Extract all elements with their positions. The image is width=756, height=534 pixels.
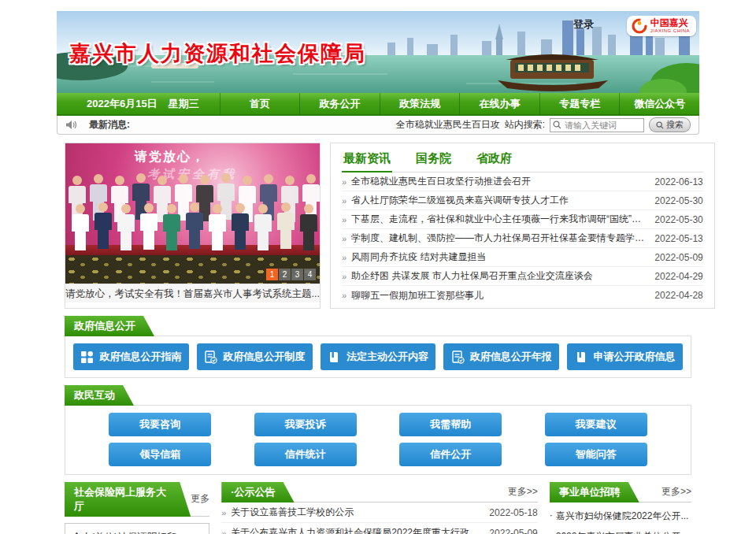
search-button[interactable]: 搜索 [649, 117, 691, 132]
news-title: 全市稳就业惠民生百日攻坚行动推进会召开 [351, 175, 645, 188]
carousel-pager: 1 2 3 4 [266, 269, 316, 280]
news-date: 2022-05-30 [654, 195, 702, 206]
suggestion-button[interactable]: 我要建议 [545, 413, 647, 436]
nav-item-gov-disclosure[interactable]: 政务公开 [299, 93, 380, 114]
logo-text-cn: 中国嘉兴 [650, 18, 690, 28]
pager-dot-1[interactable]: 1 [266, 269, 278, 280]
tab-latest-news[interactable]: 最新资讯 [342, 150, 392, 172]
item-marker: » [221, 508, 226, 517]
tab-provincial-gov[interactable]: 省政府 [475, 150, 513, 172]
item-marker: » [342, 291, 346, 300]
announcement-date: 2022-05-18 [489, 507, 537, 518]
news-date: 2022-05-13 [654, 233, 702, 244]
recruitment-more-link[interactable]: 更多>> [662, 485, 691, 499]
news-date: 2022-04-29 [654, 271, 702, 282]
jiaxing-logo[interactable]: 中国嘉兴 JIAXING CHINA [627, 16, 696, 36]
pager-dot-4[interactable]: 4 [304, 269, 316, 280]
carousel-caption[interactable]: 请党放心，考试安全有我！首届嘉兴市人事考试系统主题... [65, 284, 320, 302]
need-help-button[interactable]: 我需帮助 [399, 413, 502, 436]
recruitment-title[interactable]: 事业单位招聘 [550, 482, 639, 502]
social-insurance-title[interactable]: 社会保险网上服务大厅 [65, 482, 191, 517]
button-label: 法定主动公开内容 [346, 350, 428, 364]
smart-qa-button[interactable]: 智能问答 [545, 443, 647, 466]
announcement-item[interactable]: » 关于公布嘉兴市人力资源和社会保障局2022年度重大行政决策事... 2022… [221, 523, 538, 534]
news-panel: 最新资讯 国务院 省政府 » 全市稳就业惠民生百日攻坚行动推进会召开 2022-… [330, 143, 715, 309]
insurance-cert-print-item[interactable]: 个人(单位)社保证明打印 [65, 523, 209, 534]
login-button[interactable]: 登录 [573, 17, 594, 32]
news-title: 省人社厅陈荣华二级巡视员来嘉兴调研专技人才工作 [351, 194, 645, 207]
search-button-label: 搜索 [666, 119, 684, 131]
announcement-date: 2022-05-09 [489, 528, 537, 534]
news-date: 2022-05-30 [654, 214, 702, 225]
hot-topic-link[interactable]: 全市稳就业惠民生百日攻 [396, 118, 500, 132]
annual-report-button[interactable]: 政府信息公开年报 [443, 343, 559, 370]
item-marker: » [342, 215, 346, 224]
nav-item-home[interactable]: 首页 [220, 93, 300, 114]
social-insurance-more-link[interactable]: 更多 [191, 492, 209, 506]
letter-disclosure-button[interactable]: 信件公开 [399, 443, 502, 466]
news-item[interactable]: » 省人社厅陈荣华二级巡视员来嘉兴调研专技人才工作 2022-05-30 [342, 191, 703, 210]
recruitment-item-title: 嘉兴市妇幼保健院2022年公开... [556, 510, 689, 523]
news-item[interactable]: » 下基层、走流程，省社保和就业中心主任项薇一行来我市调研“国统”上线情况 20… [342, 210, 703, 229]
news-item[interactable]: » 全市稳就业惠民生百日攻坚行动推进会召开 2022-06-13 [342, 172, 703, 191]
news-item[interactable]: » 聊聊五一假期加班工资那些事儿 2022-04-28 [342, 286, 703, 305]
news-title: 聊聊五一假期加班工资那些事儿 [351, 289, 645, 302]
pager-dot-3[interactable]: 3 [291, 269, 303, 280]
search-input[interactable] [550, 118, 644, 132]
disclosure-rules-button[interactable]: 政府信息公开制度 [197, 343, 313, 370]
header-banner: 嘉兴市人力资源和社会保障局 登录 中国嘉兴 JIAXING CHINA [57, 11, 699, 93]
red-boat-graphic [498, 54, 608, 91]
recruitment-item[interactable]: · 2022年嘉兴市属事业单位公开... [550, 530, 691, 534]
speaker-icon [65, 120, 76, 130]
item-marker: » [342, 253, 346, 262]
nav-item-wechat[interactable]: 微信公众号 [619, 93, 699, 114]
item-marker: » [221, 528, 226, 534]
pager-dot-2[interactable]: 2 [279, 269, 291, 280]
site-search-label: 站内搜索: [505, 118, 545, 132]
disclosure-guide-button[interactable]: 政府信息公开指南 [73, 343, 189, 370]
social-insurance-panel: 社会保险网上服务大厅 更多 个人(单位)社保证明打印 办事指南 [65, 482, 209, 534]
item-marker: » [342, 234, 346, 243]
section-tab-interaction[interactable]: 政民互动 [65, 385, 134, 406]
consult-button[interactable]: 我要咨询 [109, 413, 211, 436]
bullet-marker: · [550, 530, 553, 534]
news-item[interactable]: » 助企纾困 共谋发展 市人力社保局召开重点企业交流座谈会 2022-04-29 [342, 267, 703, 286]
section-info-disclosure: 政府信息公开 政府信息公开指南 [65, 316, 691, 378]
news-title: 风雨同舟齐抗疫 结对共建显担当 [351, 250, 645, 264]
search-icon [553, 121, 561, 129]
recruitment-item[interactable]: · 嘉兴市妇幼保健院2022年公开... [550, 510, 691, 523]
announcements-more-link[interactable]: 更多>> [508, 485, 538, 499]
announcement-item[interactable]: » 关于设立嘉善技工学校的公示 2022-05-18 [221, 502, 538, 523]
statutory-disclosure-button[interactable]: 法定主动公开内容 [321, 343, 436, 370]
report-icon [451, 350, 465, 364]
nav-item-online-services[interactable]: 在线办事 [459, 93, 539, 114]
button-label: 政府信息公开年报 [470, 350, 552, 364]
jiaxing-logo-icon [632, 18, 647, 34]
announcements-title[interactable]: ·公示公告 [221, 482, 294, 502]
announcement-title: 关于公布嘉兴市人力资源和社会保障局2022年度重大行政决策事... [231, 526, 481, 534]
nav-item-special-topics[interactable]: 专题专栏 [539, 93, 620, 114]
news-title: 助企纾困 共谋发展 市人力社保局召开重点企业交流座谈会 [351, 269, 645, 283]
nav-item-policies[interactable]: 政策法规 [380, 93, 460, 114]
complaint-button[interactable]: 我要投诉 [254, 413, 357, 436]
tab-state-council[interactable]: 国务院 [414, 150, 453, 172]
bullet-marker: · [550, 510, 553, 523]
news-item[interactable]: » 风雨同舟齐抗疫 结对共建显担当 2022-05-09 [342, 248, 703, 267]
news-title: 下基层、走流程，省社保和就业中心主任项薇一行来我市调研“国统”上线情况 [351, 213, 645, 226]
request-disclosure-button[interactable]: 申请公开政府信息 [567, 343, 683, 370]
item-marker: » [342, 196, 346, 206]
news-tabs: 最新资讯 国务院 省政府 [342, 150, 703, 172]
news-item[interactable]: » 学制度、建机制、强防控——市人力社保局召开社保基金要情专题学习会 2022-… [342, 229, 703, 248]
search-field-wrap [550, 118, 644, 132]
section-public-interaction: 政民互动 我要咨询 我要投诉 我需帮助 我要建议 领导信箱 信件统计 信件公开 … [65, 385, 691, 475]
carousel-photo[interactable]: 请党放心， 考试安全有我 [65, 143, 320, 284]
recruitment-panel: 事业单位招聘 更多>> · 嘉兴市妇幼保健院2022年公开... · 2022年… [550, 482, 691, 534]
letter-stats-button[interactable]: 信件统计 [254, 443, 357, 466]
leader-mailbox-button[interactable]: 领导信箱 [109, 443, 211, 466]
photo-carousel[interactable]: 请党放心， 考试安全有我 [65, 143, 321, 309]
news-date: 2022-05-09 [654, 252, 702, 263]
section-tab-info-disclosure[interactable]: 政府信息公开 [65, 316, 154, 336]
main-navbar: 2022年6月15日 星期三 首页 政务公开 政策法规 在线办事 专题专栏 微信… [57, 93, 699, 116]
site-title: 嘉兴市人力资源和社会保障局 [69, 39, 366, 68]
current-date: 2022年6月15日 星期三 [57, 97, 220, 111]
